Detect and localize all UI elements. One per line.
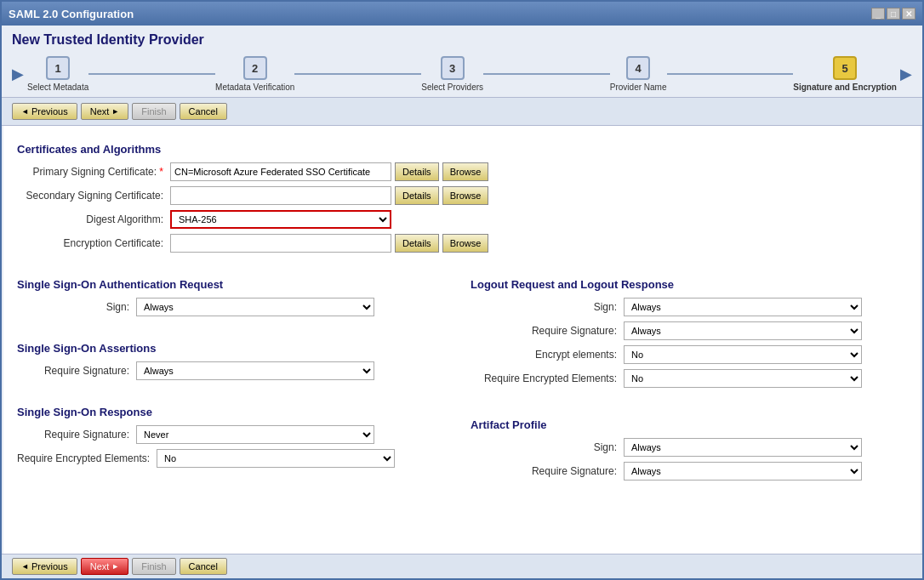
step-3-circle: 3 (441, 56, 465, 80)
left-column: Single Sign-On Authentication Request Si… (17, 270, 453, 486)
top-previous-button[interactable]: Previous (12, 103, 77, 120)
logout-req-enc-label: Require Encrypted Elements: (471, 372, 624, 384)
encryption-cert-label: Encryption Certificate: (17, 237, 170, 249)
wizard-step-2[interactable]: 2 Metadata Verification (215, 56, 294, 92)
top-next-button[interactable]: Next (81, 103, 129, 120)
primary-cert-input[interactable] (170, 162, 391, 181)
close-button[interactable]: ✕ (902, 8, 915, 20)
top-toolbar: Previous Next Finish Cancel (2, 97, 922, 126)
sso-resp-req-enc-select[interactable]: No Yes (157, 449, 395, 468)
secondary-cert-details-button[interactable]: Details (395, 186, 439, 205)
sso-sign-row: Sign: Always As Needed Never (17, 298, 453, 316)
primary-cert-row: Primary Signing Certificate: Details Bro… (17, 162, 907, 181)
logout-sign-label: Sign: (471, 301, 624, 313)
digest-label: Digest Algorithm: (17, 213, 170, 225)
form-area: Certificates and Algorithms Primary Sign… (3, 126, 921, 554)
wizard-step-3[interactable]: 3 Select Providers (421, 56, 483, 92)
artifact-sign-select[interactable]: Always As Needed Never (624, 438, 862, 457)
sso-sign-label: Sign: (17, 301, 136, 313)
maximize-button[interactable]: □ (887, 8, 900, 20)
artifact-title: Artifact Profile (471, 418, 907, 431)
sso-resp-req-sig-select[interactable]: Never Always As Needed (136, 425, 374, 444)
step-1-circle: 1 (46, 56, 70, 80)
step-line-1 (88, 73, 215, 75)
content-area: New Trusted Identity Provider ▶ 1 Select… (2, 26, 922, 578)
bottom-cancel-button[interactable]: Cancel (180, 558, 227, 575)
title-bar: SAML 2.0 Configuration _ □ ✕ (2, 2, 922, 26)
secondary-cert-browse-button[interactable]: Browse (442, 186, 489, 205)
logout-enc-select[interactable]: No Yes (624, 345, 862, 364)
logout-enc-label: Encrypt elements: (471, 349, 624, 361)
sso-sign-select[interactable]: Always As Needed Never (136, 298, 374, 316)
sso-auth-title: Single Sign-On Authentication Request (17, 278, 453, 291)
secondary-cert-label: Secondary Signing Certificate: (17, 190, 170, 202)
artifact-req-sig-label: Require Signature: (471, 465, 624, 477)
wizard-step-5[interactable]: 5 Signature and Encryption (793, 56, 897, 92)
encryption-cert-input[interactable] (170, 234, 391, 253)
logout-sign-select[interactable]: Always As Needed Never (624, 298, 862, 316)
two-col-section: Single Sign-On Authentication Request Si… (17, 270, 907, 486)
primary-cert-browse-button[interactable]: Browse (442, 162, 489, 181)
top-cancel-button[interactable]: Cancel (180, 103, 227, 120)
logout-req-enc-row: Require Encrypted Elements: No Yes (471, 369, 907, 388)
sso-resp-req-sig-row: Require Signature: Never Always As Neede… (17, 425, 453, 444)
secondary-cert-row: Secondary Signing Certificate: Details B… (17, 186, 907, 205)
sso-assert-req-sig-row: Require Signature: Always As Needed Neve… (17, 361, 453, 380)
minimize-button[interactable]: _ (871, 8, 885, 20)
page-title: New Trusted Identity Provider (2, 26, 922, 51)
main-window: SAML 2.0 Configuration _ □ ✕ New Trusted… (0, 0, 924, 580)
logout-req-sig-row: Require Signature: Always As Needed Neve… (471, 321, 907, 340)
sso-assert-req-sig-select[interactable]: Always As Needed Never (136, 361, 374, 380)
primary-cert-details-button[interactable]: Details (395, 162, 439, 181)
primary-cert-label: Primary Signing Certificate: (17, 166, 170, 178)
wizard-step-1[interactable]: 1 Select Metadata (27, 56, 88, 92)
step-2-label: Metadata Verification (215, 82, 294, 92)
sso-resp-req-sig-label: Require Signature: (17, 429, 136, 441)
step-3-label: Select Providers (421, 82, 483, 92)
step-2-circle: 2 (243, 56, 267, 80)
sso-resp-req-enc-row: Require Encrypted Elements: No Yes (17, 449, 453, 468)
encryption-cert-details-button[interactable]: Details (395, 234, 439, 253)
logout-req-sig-select[interactable]: Always As Needed Never (624, 321, 862, 340)
digest-row: Digest Algorithm: SHA-256 SHA-1 SHA-384 … (17, 210, 907, 229)
logout-title: Logout Request and Logout Response (471, 278, 907, 291)
sso-resp-title: Single Sign-On Response (17, 406, 453, 418)
logout-req-sig-label: Require Signature: (471, 325, 624, 337)
wizard-start-arrow: ▶ (12, 65, 24, 83)
top-finish-button[interactable]: Finish (132, 103, 175, 120)
sso-assert-title: Single Sign-On Assertions (17, 342, 453, 355)
digest-select[interactable]: SHA-256 SHA-1 SHA-384 SHA-512 (170, 210, 391, 229)
bottom-finish-button[interactable]: Finish (132, 558, 175, 575)
step-5-circle: 5 (833, 56, 857, 80)
bottom-next-button[interactable]: Next (81, 558, 129, 575)
encryption-cert-row: Encryption Certificate: Details Browse (17, 234, 907, 253)
artifact-req-sig-row: Require Signature: Always As Needed Neve… (471, 462, 907, 480)
bottom-previous-button[interactable]: Previous (12, 558, 77, 575)
encryption-cert-browse-button[interactable]: Browse (442, 234, 489, 253)
bottom-toolbar: Previous Next Finish Cancel (2, 554, 922, 578)
secondary-cert-input[interactable] (170, 186, 391, 205)
logout-req-enc-select[interactable]: No Yes (624, 369, 862, 388)
logout-sign-row: Sign: Always As Needed Never (471, 298, 907, 316)
step-1-label: Select Metadata (27, 82, 88, 92)
sso-assert-req-sig-label: Require Signature: (17, 365, 136, 377)
right-column: Logout Request and Logout Response Sign:… (471, 270, 907, 486)
step-line-2 (294, 73, 421, 75)
title-bar-controls: _ □ ✕ (871, 8, 915, 20)
sso-resp-req-enc-label: Require Encrypted Elements: (17, 452, 157, 464)
step-line-4 (667, 73, 794, 75)
artifact-sign-row: Sign: Always As Needed Never (471, 438, 907, 457)
step-4-label: Provider Name (610, 82, 667, 92)
artifact-sign-label: Sign: (471, 441, 624, 453)
wizard-step-4[interactable]: 4 Provider Name (610, 56, 667, 92)
window-title: SAML 2.0 Configuration (9, 8, 134, 20)
wizard-end-arrow: ▶ (900, 65, 912, 83)
step-line-3 (483, 73, 610, 75)
wizard-steps: ▶ 1 Select Metadata 2 Metadata Verificat… (2, 51, 922, 97)
logout-enc-row: Encrypt elements: No Yes (471, 345, 907, 364)
step-4-circle: 4 (626, 56, 650, 80)
step-5-label: Signature and Encryption (793, 82, 897, 92)
artifact-req-sig-select[interactable]: Always As Needed Never (624, 462, 862, 480)
section-cert-title: Certificates and Algorithms (17, 143, 907, 156)
